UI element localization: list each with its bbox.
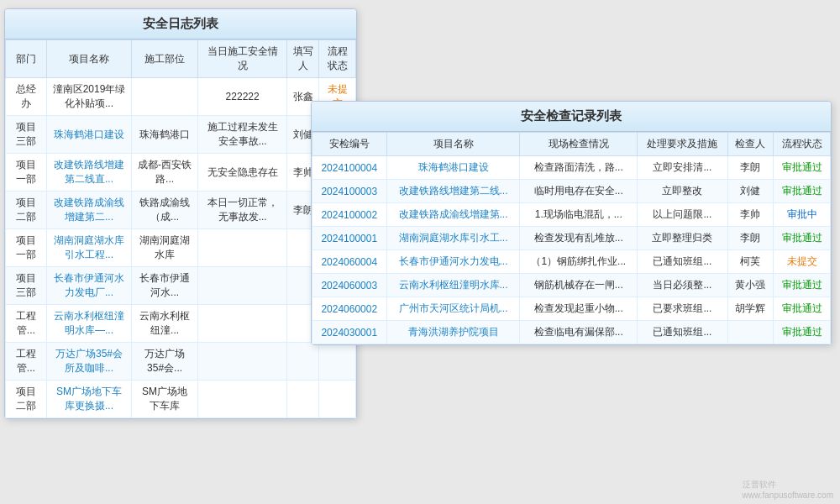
left-col-header: 当日施工安全情况: [197, 40, 287, 78]
table-cell: 未提交: [774, 250, 831, 274]
inspection-id-link[interactable]: 2024100002: [321, 209, 377, 221]
table-cell: 检查发现有乱堆放...: [520, 227, 638, 250]
table-cell[interactable]: 湖南洞庭湖水库引水工...: [386, 227, 520, 250]
table-cell[interactable]: 云南水利枢纽潼明水库—...: [46, 305, 132, 343]
project-link[interactable]: 云南水利枢纽潼明水库...: [399, 279, 508, 291]
table-cell: 审批通过: [774, 274, 831, 297]
table-cell: 总经办: [6, 78, 47, 116]
table-cell[interactable]: SM广场地下车库更换摄...: [46, 381, 132, 418]
table-row: 2024100001湖南洞庭湖水库引水工...检查发现有乱堆放...立即整理归类…: [312, 227, 831, 250]
table-cell: 本日一切正常，无事故发...: [197, 192, 287, 229]
table-cell: 立即整改: [638, 180, 728, 203]
table-cell: 柯芙: [727, 250, 773, 274]
table-cell: [132, 78, 198, 116]
table-cell: 项目二部: [6, 192, 47, 229]
table-cell: SM广场地下车库: [132, 381, 198, 418]
watermark-line2: www.fanpusoftware.com: [743, 491, 833, 500]
table-row: 项目一部湖南洞庭湖水库引水工程...湖南洞庭湖水库: [6, 229, 356, 267]
table-cell[interactable]: 长春市伊通河水力发电厂...: [46, 267, 132, 305]
table-cell: 检查临电有漏保部...: [520, 321, 638, 344]
project-link[interactable]: 湖南洞庭湖水库引水工...: [399, 232, 508, 244]
table-row: 2024100004珠海鹤港口建设检查路面清洗，路...立即安排清...李朗审批…: [312, 156, 831, 180]
project-link[interactable]: 改建铁路线增建第二线直...: [54, 159, 124, 185]
watermark-line1: 泛普软件: [743, 479, 833, 491]
table-cell[interactable]: 长春市伊通河水力发电...: [386, 250, 520, 274]
table-cell: 胡学辉: [727, 297, 773, 321]
right-col-header: 流程状态: [774, 133, 831, 156]
project-link[interactable]: 长春市伊通河水力发电...: [399, 255, 508, 267]
inspection-id-link[interactable]: 2024030001: [321, 327, 377, 339]
inspection-id-link[interactable]: 2024060002: [321, 303, 377, 315]
inspection-id-link[interactable]: 2024100004: [321, 162, 377, 174]
project-link[interactable]: 改建铁路线增建第二线...: [399, 185, 508, 197]
table-cell[interactable]: 珠海鹤港口建设: [386, 156, 520, 180]
table-cell: [727, 321, 773, 344]
table-cell[interactable]: 2024100002: [312, 203, 387, 227]
project-link[interactable]: SM广场地下车库更换摄...: [56, 386, 122, 412]
table-cell: 万达广场35#会...: [132, 343, 198, 381]
left-col-header: 项目名称: [46, 40, 132, 78]
table-cell[interactable]: 2024060002: [312, 297, 387, 321]
table-cell: 项目三部: [6, 116, 47, 154]
table-cell: 已通知班组...: [638, 321, 728, 344]
table-cell[interactable]: 改建铁路线增建第二线...: [386, 180, 520, 203]
table-row: 2024060004长春市伊通河水力发电...（1）钢筋绑扎作业...已通知班组…: [312, 250, 831, 274]
project-link[interactable]: 湖南洞庭湖水库引水工程...: [54, 234, 124, 260]
table-cell[interactable]: 改建铁路成渝线增建第...: [386, 203, 520, 227]
table-cell[interactable]: 2024100004: [312, 156, 387, 180]
left-table: 部门项目名称施工部位当日施工安全情况填写人流程状态 总经办潼南区2019年绿化补…: [5, 39, 356, 418]
table-cell: 施工过程未发生安全事故...: [197, 116, 287, 154]
project-link[interactable]: 广州市天河区统计局机...: [399, 302, 508, 314]
watermark: 泛普软件 www.fanpusoftware.com: [743, 479, 833, 500]
table-cell: [197, 229, 287, 267]
table-cell[interactable]: 湖南洞庭湖水库引水工程...: [46, 229, 132, 267]
table-cell[interactable]: 改建铁路线增建第二线直...: [46, 154, 132, 192]
table-cell: 审批中: [774, 203, 831, 227]
table-cell[interactable]: 2024100003: [312, 180, 387, 203]
project-link[interactable]: 万达广场35#会所及咖啡...: [55, 348, 123, 374]
inspection-id-link[interactable]: 2024100003: [321, 186, 377, 197]
project-link[interactable]: 珠海鹤港口建设: [54, 129, 124, 140]
table-cell[interactable]: 2024060003: [312, 274, 387, 297]
table-cell: [319, 381, 356, 418]
right-col-header: 项目名称: [386, 133, 520, 156]
table-cell: [287, 381, 319, 418]
project-link[interactable]: 改建铁路成渝线增建第二...: [54, 197, 124, 223]
table-cell: 项目一部: [6, 229, 47, 267]
table-cell[interactable]: 万达广场35#会所及咖啡...: [46, 343, 132, 381]
table-cell: 项目二部: [6, 381, 47, 418]
inspection-id-link[interactable]: 2024060003: [321, 280, 377, 291]
table-cell[interactable]: 广州市天河区统计局机...: [386, 297, 520, 321]
right-table-body: 2024100004珠海鹤港口建设检查路面清洗，路...立即安排清...李朗审批…: [312, 156, 831, 344]
table-row: 2024100002改建铁路成渝线增建第...1.现场临电混乱，...以上问题限…: [312, 203, 831, 227]
project-link[interactable]: 长春市伊通河水力发电厂...: [54, 272, 124, 298]
table-cell[interactable]: 2024060004: [312, 250, 387, 274]
table-cell[interactable]: 2024100001: [312, 227, 387, 250]
right-table-header: 安检编号项目名称现场检查情况处理要求及措施检查人流程状态: [312, 133, 831, 156]
table-cell[interactable]: 2024030001: [312, 321, 387, 344]
project-link[interactable]: 珠海鹤港口建设: [418, 161, 489, 173]
table-cell: 铁路成渝线（成...: [132, 192, 198, 229]
inspection-id-link[interactable]: 2024100001: [321, 233, 377, 244]
project-link[interactable]: 青海洪湖养护院项目: [408, 326, 499, 338]
table-cell[interactable]: 云南水利枢纽潼明水库...: [386, 274, 520, 297]
table-cell: 李帅: [727, 203, 773, 227]
table-cell: 长春市伊通河水...: [132, 267, 198, 305]
table-cell[interactable]: 青海洪湖养护院项目: [386, 321, 520, 344]
left-col-header: 流程状态: [319, 40, 356, 78]
table-cell: 当日必须整...: [638, 274, 728, 297]
table-cell[interactable]: 珠海鹤港口建设: [46, 116, 132, 154]
table-cell: 已通知班组...: [638, 250, 728, 274]
left-col-header: 施工部位: [132, 40, 198, 78]
project-link[interactable]: 改建铁路成渝线增建第...: [399, 208, 508, 220]
table-cell: [197, 305, 287, 343]
inspection-id-link[interactable]: 2024060004: [321, 256, 377, 268]
left-panel-title: 安全日志列表: [5, 9, 356, 39]
table-cell: 项目三部: [6, 267, 47, 305]
table-cell: 审批通过: [774, 297, 831, 321]
table-row: 2024030001青海洪湖养护院项目检查临电有漏保部...已通知班组...审批…: [312, 321, 831, 344]
right-panel-title: 安全检查记录列表: [312, 102, 831, 132]
table-cell[interactable]: 改建铁路成渝线增建第二...: [46, 192, 132, 229]
table-cell: 黄小强: [727, 274, 773, 297]
project-link[interactable]: 云南水利枢纽潼明水库—...: [54, 310, 124, 336]
